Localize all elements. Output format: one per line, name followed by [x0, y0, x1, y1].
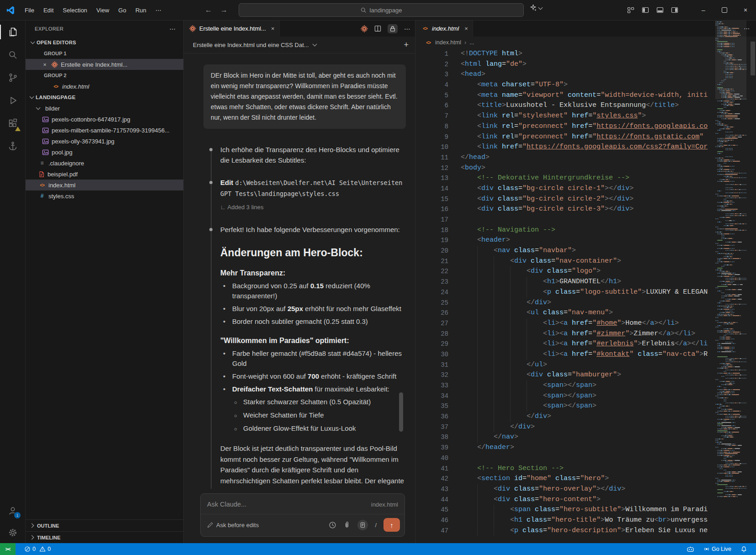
- code-line: 38</nav>: [415, 432, 750, 443]
- open-editor-item[interactable]: <>index.html: [26, 81, 183, 92]
- window-minimize-button[interactable]: –: [693, 0, 714, 20]
- code-line: 31</ul>: [415, 360, 750, 370]
- copilot-status-icon[interactable]: [683, 546, 697, 553]
- customize-layout-button[interactable]: [627, 6, 634, 14]
- warning-count: 0: [48, 546, 51, 552]
- image-file-icon: [42, 127, 49, 134]
- code-line: 11</head>: [415, 153, 750, 163]
- code-line: 23<h1>GRANDHOTEL</h1>: [415, 277, 750, 287]
- context-file-label: index.html: [371, 501, 398, 508]
- chat-input-placeholder[interactable]: Ask Claude...: [207, 501, 246, 508]
- open-editor-item[interactable]: ×Erstelle eine Index.html...: [26, 59, 183, 70]
- lock-icon[interactable]: [388, 24, 398, 33]
- go-live-button[interactable]: Go Live: [700, 546, 735, 552]
- editor-tab-close-icon[interactable]: ×: [464, 25, 468, 32]
- tree-item[interactable]: pexels-cottonbro-6474917.jpg: [26, 114, 183, 125]
- search-sidebar-icon[interactable]: [0, 43, 25, 66]
- claude-icon: [189, 25, 196, 32]
- claude-icon: [51, 61, 58, 68]
- breadcrumb-file[interactable]: index.html: [435, 39, 461, 46]
- menu-item-view[interactable]: View: [92, 5, 113, 16]
- anchor-icon[interactable]: [0, 135, 25, 158]
- split-editor-icon[interactable]: [374, 25, 381, 32]
- window-maximize-button[interactable]: [714, 0, 735, 20]
- step-rail: [211, 151, 212, 489]
- remote-indicator[interactable]: ><: [0, 543, 16, 555]
- chevron-down-icon: [36, 106, 41, 110]
- sidebar-section-outline[interactable]: OUTLINE: [26, 520, 183, 531]
- tree-item[interactable]: #styles.css: [26, 190, 183, 201]
- code-line: 9<link rel="preconnect" href="https://fo…: [415, 132, 750, 143]
- toggle-panel-button[interactable]: [656, 6, 664, 14]
- minimap[interactable]: [715, 21, 746, 543]
- chat-scrollbar[interactable]: [399, 392, 403, 432]
- chat-tab-close-icon[interactable]: ×: [271, 25, 275, 32]
- tree-item[interactable]: <>index.html: [26, 180, 183, 190]
- close-icon[interactable]: ×: [41, 61, 48, 68]
- tree-item[interactable]: beispiel.pdf: [26, 169, 183, 180]
- nav-back-button[interactable]: ←: [205, 6, 212, 14]
- settings-gear-icon[interactable]: [0, 522, 25, 543]
- tree-item[interactable]: bilder: [26, 103, 183, 114]
- copilot-button[interactable]: [529, 4, 542, 12]
- code-area[interactable]: 1<!DOCTYPE html>2<html lang="de">3<head>…: [415, 49, 750, 543]
- folder-root[interactable]: LANDINGPAGE: [26, 92, 183, 103]
- chat-more-actions-icon[interactable]: ⋯: [404, 25, 410, 32]
- explorer-icon[interactable]: [0, 21, 25, 43]
- attach-icon[interactable]: [343, 521, 351, 529]
- menu-item-file[interactable]: File: [21, 5, 38, 16]
- explorer-title: EXPLORER: [35, 26, 64, 32]
- chat-input-box[interactable]: Ask Claude... index.html Ask before edit…: [200, 493, 405, 537]
- accounts-icon[interactable]: 1: [0, 499, 25, 522]
- chevron-down-icon[interactable]: [312, 42, 317, 47]
- tree-item[interactable]: pexels-milbert-sambile-71757099-3199456.…: [26, 125, 183, 136]
- editor-scrollbar[interactable]: [750, 21, 756, 543]
- nav-forward-button[interactable]: →: [220, 6, 228, 14]
- code-line: 24<p class="logo-subtitle">LUXURY & ELEG…: [415, 287, 750, 298]
- slash-command-icon[interactable]: /: [375, 522, 377, 529]
- chat-tab[interactable]: Erstelle eine Index.html... ×: [184, 21, 280, 37]
- send-button[interactable]: ↑: [383, 518, 400, 532]
- toggle-secondary-sidebar-button[interactable]: [671, 6, 678, 14]
- menu-item-[interactable]: ⋯: [151, 5, 165, 16]
- html-file-icon: <>: [38, 183, 46, 188]
- code-line: 45<span class="hero-subtitle">Willkommen…: [415, 505, 750, 515]
- editor-tab-indexhtml[interactable]: <> index.html ×: [415, 21, 473, 37]
- edit-mode-selector[interactable]: Ask before edits: [207, 522, 259, 529]
- chevron-down-icon: [31, 40, 35, 44]
- extensions-icon[interactable]: [0, 112, 25, 135]
- chat-tab-bar: Erstelle eine Index.html... × ⋯: [184, 21, 415, 37]
- menu-item-edit[interactable]: Edit: [39, 5, 58, 16]
- menu-item-run[interactable]: Run: [131, 5, 150, 16]
- sidebar-section-timeline[interactable]: TIMELINE: [26, 531, 183, 543]
- tree-item[interactable]: pool.jpg: [26, 147, 183, 158]
- chevron-down-icon: [538, 5, 543, 10]
- new-chat-button[interactable]: +: [404, 40, 409, 50]
- chat-session-title[interactable]: Erstelle eine Index.html und eine CSS Da…: [193, 42, 309, 48]
- run-debug-icon[interactable]: [0, 89, 25, 112]
- code-line: 14<div class="bg-circle circle-1"></div>: [415, 184, 750, 194]
- workbench: 1 EXPLORER ⋯ OPEN EDITORSGROUP 1×Erstell…: [0, 21, 756, 543]
- claude-icon[interactable]: [361, 25, 368, 32]
- code-line: 30<li><a href="#kontakt" class="nav-cta"…: [415, 349, 750, 360]
- menu-item-go[interactable]: Go: [114, 5, 130, 16]
- history-icon[interactable]: [329, 521, 336, 529]
- tree-item[interactable]: pexels-olly-3673941.jpg: [26, 136, 183, 147]
- open-editors-header[interactable]: OPEN EDITORS: [26, 37, 183, 48]
- toggle-sidebar-button[interactable]: [642, 6, 649, 14]
- context-doc-icon[interactable]: [357, 520, 368, 530]
- breadcrumb-tail[interactable]: ...: [469, 39, 474, 46]
- notifications-bell-icon[interactable]: [737, 546, 751, 553]
- code-line: 39</header>: [415, 443, 750, 453]
- command-center-search[interactable]: landingpage: [239, 3, 524, 17]
- menu-item-selection[interactable]: Selection: [59, 5, 91, 16]
- source-control-icon[interactable]: [0, 66, 25, 89]
- chevron-down-icon: [30, 95, 34, 99]
- md-subheading: Mehr Transparenz:: [220, 269, 406, 277]
- problems-indicator[interactable]: 0 0: [21, 543, 54, 555]
- tree-item[interactable]: ≡.claudeignore: [26, 158, 183, 169]
- explorer-more-actions[interactable]: ⋯: [170, 25, 176, 32]
- md-list-item: •Border noch subtiler gemacht (0.25 stat…: [220, 317, 406, 327]
- breadcrumb[interactable]: <> index.html › ...: [415, 37, 756, 48]
- window-close-button[interactable]: ×: [735, 0, 756, 20]
